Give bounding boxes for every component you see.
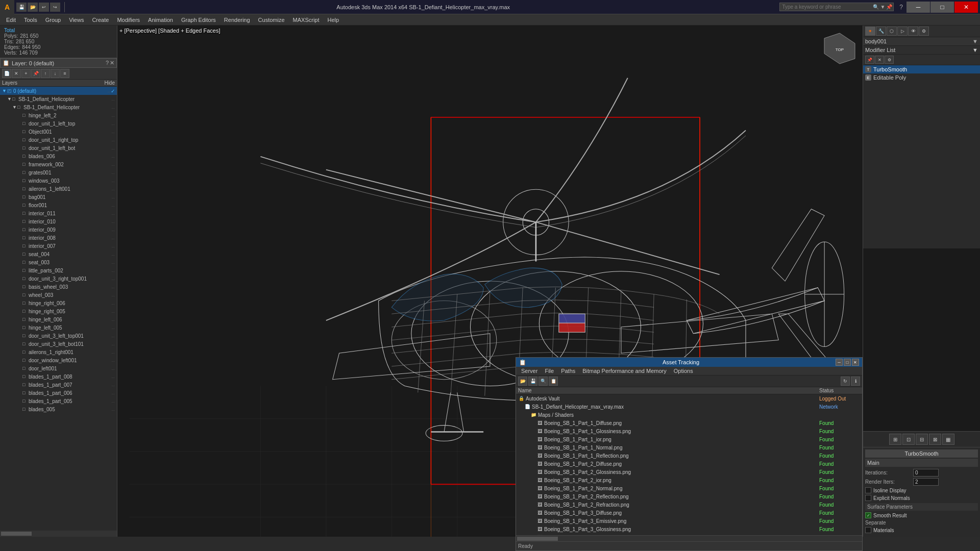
ap-item-15[interactable]: 🖼Boeing_SB_1_Part_3_Emissive.pngFound (516, 517, 862, 525)
layer-btn-1[interactable]: 📄 (2, 69, 11, 78)
ap-menu-options[interactable]: Options (671, 367, 696, 374)
ap-item-6[interactable]: 🖼Boeing_SB_1_Part_1_Normal.pngFound (516, 443, 862, 452)
rp-tab-utilities[interactable]: ⚙ (919, 27, 929, 36)
search-options-icon[interactable]: ▼ (880, 4, 885, 10)
layer-btn-3[interactable]: + (21, 69, 31, 78)
ap-item-0[interactable]: 🔒Autodesk VaultLogged Out (516, 394, 862, 403)
layer-btn-6[interactable]: ↓ (51, 69, 60, 78)
rp-tab-create[interactable]: ✦ (865, 27, 875, 36)
ap-tb-2[interactable]: 💾 (528, 377, 537, 386)
mod-configure-btn[interactable]: ⚙ (885, 56, 894, 64)
layer-item-10[interactable]: □grates001... (0, 168, 117, 177)
search-icon[interactable]: 🔍 (873, 4, 879, 10)
layer-item-4[interactable]: □door_unit_1_left_top... (0, 119, 117, 128)
layer-item-23[interactable]: □door_unit_3_right_top001... (0, 274, 117, 283)
layer-item-35[interactable]: □blades_1_part_008... (0, 372, 117, 381)
layer-item-27[interactable]: □hinge_right_005... (0, 307, 117, 315)
layer-btn-4[interactable]: 📌 (31, 69, 40, 78)
modifier-list-dropdown[interactable]: ▼ (972, 47, 978, 53)
menu-graph-editors[interactable]: Graph Editors (177, 16, 220, 24)
mp-render-iters-input[interactable] (913, 478, 939, 486)
layer-item-24[interactable]: □basis_wheel_003... (0, 283, 117, 291)
layers-help-btn[interactable]: ? (106, 60, 109, 66)
layer-item-31[interactable]: □door_unit_3_left_bot101... (0, 340, 117, 348)
layer-expand-0[interactable]: ▼ (2, 88, 7, 93)
mp-explicit-normals-checkbox[interactable] (865, 495, 871, 501)
nav-icon-2[interactable]: ⊡ (902, 434, 915, 445)
mod-remove-btn[interactable]: ✕ (875, 56, 884, 64)
btn-save[interactable]: 💾 (16, 3, 27, 12)
mp-isoline-checkbox[interactable] (865, 487, 871, 493)
window-close-btn[interactable]: ✕ (954, 2, 978, 13)
menu-animation[interactable]: Animation (144, 16, 177, 24)
layer-item-11[interactable]: □windows_003... (0, 177, 117, 185)
layer-item-9[interactable]: □framework_002... (0, 160, 117, 168)
nav-icon-4[interactable]: ⊠ (929, 434, 941, 445)
layer-item-6[interactable]: □door_unit_1_right_top... (0, 136, 117, 144)
layers-scrollbar-h[interactable] (0, 531, 117, 537)
ap-item-7[interactable]: 🖼Boeing_SB_1_Part_1_Reflection.pngFound (516, 452, 862, 460)
menu-modifiers[interactable]: Modifiers (113, 16, 144, 24)
layer-item-26[interactable]: □hinge_right_006... (0, 299, 117, 307)
layer-item-36[interactable]: □blades_1_part_007... (0, 381, 117, 389)
ap-tb-1[interactable]: 📂 (518, 377, 527, 386)
ap-item-1[interactable]: 📄SB-1_Defiant_Helicopter_max_vray.maxNet… (516, 403, 862, 411)
layer-btn-7[interactable]: ≡ (60, 69, 69, 78)
ap-item-14[interactable]: 🖼Boeing_SB_1_Part_3_Diffuse.pngFound (516, 509, 862, 517)
layer-item-37[interactable]: □blades_1_part_006... (0, 389, 117, 397)
ap-item-16[interactable]: 🖼Boeing_SB_1_Part_3_Glossiness.pngFound (516, 525, 862, 533)
layer-item-5[interactable]: □Object001... (0, 128, 117, 136)
menu-group[interactable]: Group (41, 16, 65, 24)
menu-tools[interactable]: Tools (20, 16, 41, 24)
menu-customize[interactable]: Customize (254, 16, 289, 24)
layer-item-12[interactable]: □ailerons_1_left001... (0, 185, 117, 193)
layer-expand-2[interactable]: ▼ (12, 105, 17, 110)
menu-help[interactable]: Help (324, 16, 344, 24)
btn-redo[interactable]: ↪ (50, 3, 60, 12)
layer-item-30[interactable]: □door_unit_3_left_top001... (0, 332, 117, 340)
ap-tb-reload[interactable]: ↻ (841, 377, 850, 386)
layer-item-22[interactable]: □little_parts_002... (0, 266, 117, 274)
modifier-editable-poly[interactable]: E Editable Poly (863, 73, 980, 82)
layer-btn-2[interactable]: ✕ (12, 69, 21, 78)
layer-item-16[interactable]: □interior_010... (0, 217, 117, 226)
layer-item-29[interactable]: □hinge_left_005... (0, 323, 117, 332)
layer-item-15[interactable]: □interior_011... (0, 209, 117, 217)
layer-item-20[interactable]: □seat_004... (0, 250, 117, 258)
layer-item-1[interactable]: ▼□SB-1_Defiant_Helicopter... (0, 95, 117, 103)
layer-item-34[interactable]: □door_left001... (0, 364, 117, 372)
layer-expand-1[interactable]: ▼ (7, 96, 12, 102)
modifier-turbosmooth[interactable]: T TurboSmooth (863, 65, 980, 73)
ap-menu-bitmap[interactable]: Bitmap Performance and Memory (579, 367, 669, 374)
nav-icon-1[interactable]: ⊞ (889, 434, 901, 445)
ap-item-11[interactable]: 🖼Boeing_SB_1_Part_2_Normal.pngFound (516, 484, 862, 492)
ap-item-13[interactable]: 🖼Boeing_SB_1_Part_2_Refraction.pngFound (516, 500, 862, 509)
rp-tab-hierarchy[interactable]: ⬡ (887, 27, 897, 36)
nav-icon-5[interactable]: ▦ (942, 434, 954, 445)
layer-btn-5[interactable]: ↑ (41, 69, 50, 78)
ap-item-4[interactable]: 🖼Boeing_SB_1_Part_1_Glossiness.pngFound (516, 427, 862, 435)
help-icon[interactable]: ? (898, 4, 904, 11)
layer-item-13[interactable]: □bag001... (0, 193, 117, 201)
ap-item-5[interactable]: 🖼Boeing_SB_1_Part_1_ior.pngFound (516, 435, 862, 443)
menu-rendering[interactable]: Rendering (220, 16, 254, 24)
layer-item-38[interactable]: □blades_1_part_005... (0, 397, 117, 405)
menu-maxscript[interactable]: MAXScript (289, 16, 324, 24)
asset-tracking-maximize-btn[interactable]: □ (844, 359, 851, 366)
object-name-dropdown[interactable]: ▼ (972, 38, 978, 44)
ap-item-12[interactable]: 🖼Boeing_SB_1_Part_2_Reflection.pngFound (516, 492, 862, 500)
ap-item-3[interactable]: 🖼Boeing_SB_1_Part_1_Diffuse.pngFound (516, 419, 862, 427)
mp-iterations-input[interactable] (913, 469, 939, 477)
layer-item-0[interactable]: ▼◰0 (default)...✓ (0, 87, 117, 95)
asset-tracking-minimize-btn[interactable]: ─ (836, 359, 843, 366)
mp-smooth-result-checkbox[interactable]: ✓ (865, 512, 871, 518)
menu-views[interactable]: Views (65, 16, 88, 24)
layer-item-28[interactable]: □hinge_left_006... (0, 315, 117, 323)
layer-item-8[interactable]: □blades_006... (0, 152, 117, 160)
layer-item-33[interactable]: □door_window_left001... (0, 356, 117, 364)
menu-edit[interactable]: Edit (2, 16, 20, 24)
layer-item-25[interactable]: □wheel_003... (0, 291, 117, 299)
ap-menu-file[interactable]: File (542, 367, 557, 374)
rp-tab-display[interactable]: 👁 (908, 27, 918, 36)
layer-item-14[interactable]: □floor001... (0, 201, 117, 209)
